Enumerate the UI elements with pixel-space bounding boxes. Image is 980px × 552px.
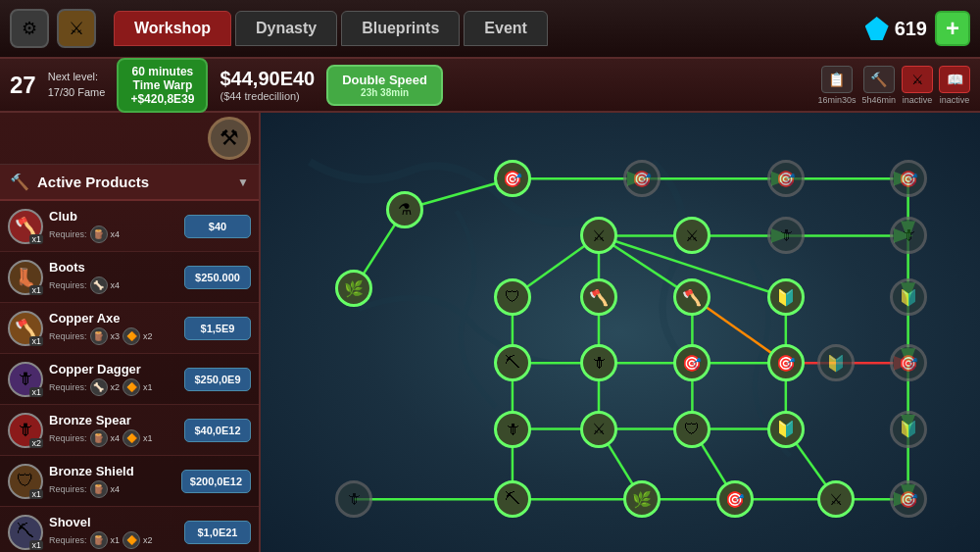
node-n15[interactable]: ⛏ <box>494 344 531 381</box>
node-n13[interactable]: 🪓 <box>673 278 710 316</box>
dropdown-arrow-icon[interactable]: ▼ <box>237 176 249 189</box>
product-icon: ⛏ x1 <box>8 515 43 550</box>
time-warp-button[interactable]: 60 minutes Time Warp +$420,8E39 <box>117 58 208 113</box>
node-n2[interactable]: 🌿 <box>335 270 372 307</box>
product-qty: x1 <box>29 387 43 397</box>
node-n4[interactable]: 🎯 <box>623 160 661 197</box>
anvil-icon[interactable]: ⚒ <box>208 117 251 160</box>
node-n12[interactable]: 🪓 <box>580 278 617 316</box>
action-group-3: ⚔ inactive <box>902 66 933 105</box>
node-n31[interactable]: 🎯 <box>890 480 927 518</box>
double-speed-button[interactable]: Double Speed 23h 38min <box>326 65 443 106</box>
product-price-button[interactable]: $1,5E9 <box>184 317 251 340</box>
node-n10[interactable]: 🗡 <box>767 217 805 254</box>
req-icon: 🦴 <box>90 276 108 294</box>
node-n19[interactable]: 🎯 <box>890 344 927 381</box>
fame-value: 17/30 Fame <box>48 85 106 100</box>
product-name: Club <box>49 209 178 224</box>
tab-event[interactable]: Event <box>464 11 548 46</box>
node-n8[interactable]: 🛡 <box>494 278 531 316</box>
node-n21[interactable]: ⚔ <box>580 411 617 448</box>
node-n32[interactable]: 🔰 <box>817 344 855 381</box>
product-item[interactable]: 👢 x1 Boots Requires: 🦴x4 $250.000 <box>0 252 259 303</box>
req-icon: 🔶 <box>122 327 140 345</box>
node-n25[interactable]: 🗡 <box>335 480 372 518</box>
node-n27[interactable]: 🌿 <box>623 480 661 518</box>
action-timer-1: 16min30s <box>817 95 856 105</box>
node-n17[interactable]: 🎯 <box>673 344 710 381</box>
req-icon: 🔶 <box>122 429 140 447</box>
req-qty: x2 <box>143 535 153 545</box>
product-item[interactable]: 🗡 x2 Bronze Spear Requires: 🪵x4🔶x1 $40,0… <box>0 405 259 456</box>
req-label: Requires: <box>49 382 87 392</box>
node-n14[interactable]: 🔰 <box>767 278 805 316</box>
hero-button[interactable]: ⚔ <box>57 9 96 48</box>
hero-icon: ⚔ <box>69 18 84 39</box>
node-n16[interactable]: 🗡 <box>580 344 617 381</box>
node-n20[interactable]: 🗡 <box>494 411 531 448</box>
tab-dynasty[interactable]: Dynasty <box>235 11 337 46</box>
panel-header: 🔨 Active Products ▼ <box>0 165 259 201</box>
node-n22[interactable]: 🛡 <box>673 411 710 448</box>
product-qty: x1 <box>29 234 43 244</box>
node-n1[interactable]: ⚗ <box>386 191 423 228</box>
action-icon-hammer[interactable]: 🔨 <box>863 66 895 93</box>
product-info: Club Requires: 🪵x4 <box>49 209 178 243</box>
blueprint-map[interactable]: ⚗🌿🎯🎯🎯🎯⚔🛡⚔🗡🗡🪓🪓🔰⛏🗡🎯🎯🎯🗡⚔🛡🔰🔰🗡⛏🌿🎯⚔🔰🎯🔰 <box>261 113 980 552</box>
product-info: Copper Dagger Requires: 🦴x2🔶x1 <box>49 362 178 396</box>
product-icon: 🪓 x1 <box>8 311 43 346</box>
product-icon: 👢 x1 <box>8 260 43 295</box>
action-icon-sword[interactable]: ⚔ <box>902 66 933 93</box>
product-info: Shovel Requires: 🪵x1🔶x2 <box>49 515 178 549</box>
product-requires: Requires: 🪵x1🔶x2 <box>49 531 178 549</box>
node-n29[interactable]: ⚔ <box>817 480 855 518</box>
sub-bar: 27 Next level: 17/30 Fame 60 minutes Tim… <box>0 59 980 113</box>
product-item[interactable]: ⛏ x1 Shovel Requires: 🪵x1🔶x2 $1,0E21 <box>0 507 259 552</box>
req-qty: x1 <box>143 382 153 392</box>
product-item[interactable]: 🪓 x1 Copper Axe Requires: 🪵x3🔶x2 $1,5E9 <box>0 303 259 354</box>
node-n5[interactable]: 🎯 <box>767 160 805 197</box>
action-group-4: 📖 inactive <box>939 66 970 105</box>
product-item[interactable]: 🛡 x1 Bronze Shield Requires: 🪵x4 $200,0E… <box>0 456 259 507</box>
node-n11[interactable]: 🗡 <box>890 217 927 254</box>
next-level-label: Next level: <box>48 70 106 84</box>
product-price-button[interactable]: $200,0E12 <box>181 470 251 493</box>
product-qty: x1 <box>29 540 43 550</box>
node-n7[interactable]: ⚔ <box>580 217 617 254</box>
req-qty: x2 <box>111 382 121 392</box>
node-n23[interactable]: 🔰 <box>767 411 805 448</box>
settings-button[interactable]: ⚙ <box>10 9 49 48</box>
tab-blueprints[interactable]: Blueprints <box>341 11 460 46</box>
product-icon: 🗡 x1 <box>8 362 43 397</box>
product-price-button[interactable]: $40 <box>184 215 251 238</box>
product-info: Boots Requires: 🦴x4 <box>49 260 178 294</box>
product-price-button[interactable]: $250,0E9 <box>184 368 251 391</box>
product-item[interactable]: 🗡 x1 Copper Dagger Requires: 🦴x2🔶x1 $250… <box>0 354 259 405</box>
node-n30[interactable]: 🔰 <box>890 278 927 316</box>
gem-count: 619 <box>865 17 927 40</box>
node-n28[interactable]: 🎯 <box>716 480 754 518</box>
product-icon: 🪓 x1 <box>8 209 43 244</box>
node-n6[interactable]: 🎯 <box>890 160 927 197</box>
node-n18[interactable]: 🎯 <box>767 344 805 381</box>
node-n26[interactable]: ⛏ <box>494 480 531 518</box>
action-icon-clipboard[interactable]: 📋 <box>821 66 853 93</box>
req-qty: x1 <box>143 433 153 443</box>
req-icon: 🔶 <box>122 378 140 396</box>
product-requires: Requires: 🪵x4 <box>49 226 178 243</box>
left-panel: ⚒ 🔨 Active Products ▼ 🪓 x1 Club Requires… <box>0 113 261 552</box>
product-price-button[interactable]: $1,0E21 <box>184 521 251 544</box>
tab-workshop[interactable]: Workshop <box>114 11 231 46</box>
product-name: Shovel <box>49 515 178 529</box>
currency-area: 619 + <box>865 11 970 46</box>
node-n3[interactable]: 🎯 <box>494 160 531 197</box>
node-n24[interactable]: 🔰 <box>890 411 927 448</box>
product-price-button[interactable]: $250.000 <box>184 266 251 289</box>
req-qty: x4 <box>111 280 121 290</box>
product-price-button[interactable]: $40,0E12 <box>184 419 251 442</box>
node-n9[interactable]: ⚔ <box>673 217 710 254</box>
action-icon-book[interactable]: 📖 <box>939 66 970 93</box>
level-number: 27 <box>10 72 36 99</box>
product-item[interactable]: 🪓 x1 Club Requires: 🪵x4 $40 <box>0 201 259 252</box>
add-gems-button[interactable]: + <box>935 11 970 46</box>
